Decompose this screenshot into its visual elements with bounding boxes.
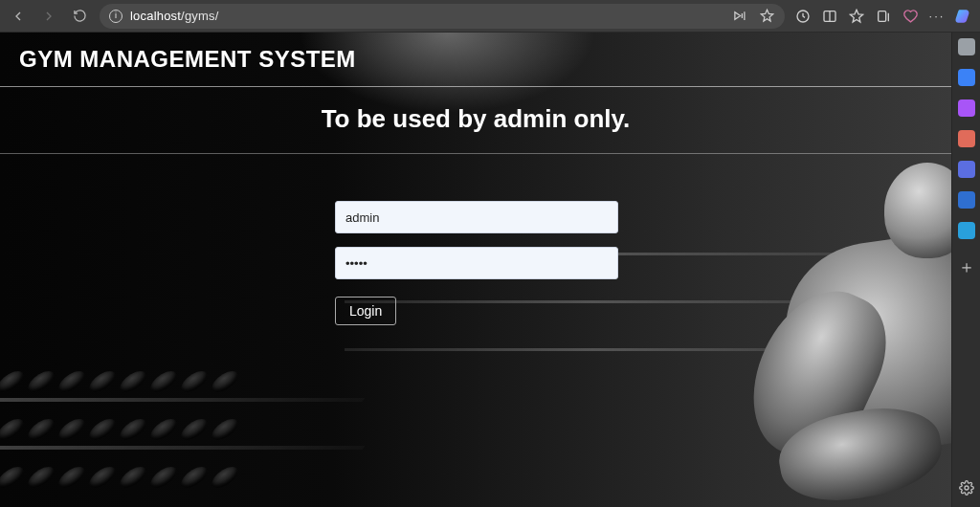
background-athlete <box>741 143 951 507</box>
favorites-bar-icon[interactable] <box>848 8 865 25</box>
read-aloud-icon[interactable] <box>731 8 748 25</box>
login-button[interactable]: Login <box>335 297 396 325</box>
search-icon[interactable] <box>958 38 975 55</box>
svg-point-3 <box>965 486 969 490</box>
refresh-button[interactable] <box>69 6 90 27</box>
url-text: localhost/gyms/ <box>130 9 219 23</box>
shopping-icon[interactable] <box>958 99 975 117</box>
copilot-launch-icon[interactable] <box>955 8 972 25</box>
page-title: GYM MANAGEMENT SYSTEM <box>0 33 951 87</box>
outlook-icon[interactable] <box>958 191 975 209</box>
url-host: localhost <box>130 9 181 23</box>
svg-rect-2 <box>879 11 886 21</box>
browser-toolbar: i localhost/gyms/ ··· <box>0 0 980 33</box>
password-input[interactable] <box>335 247 618 279</box>
address-bar[interactable]: i localhost/gyms/ <box>100 4 785 29</box>
split-screen-icon[interactable] <box>821 8 838 25</box>
page-body: GYM MANAGEMENT SYSTEM To be used by admi… <box>0 33 951 507</box>
sidebar-add-button[interactable]: ＋ <box>958 258 975 276</box>
collections-icon[interactable] <box>875 8 892 25</box>
site-info-icon[interactable]: i <box>109 10 122 23</box>
telegram-icon[interactable] <box>958 222 975 239</box>
edge-sidebar: ＋ <box>951 33 980 507</box>
username-input[interactable] <box>335 201 618 233</box>
login-form: Login <box>335 201 622 325</box>
page-subtitle: To be used by admin only. <box>0 87 951 154</box>
back-button[interactable] <box>8 6 29 27</box>
url-path: /gyms/ <box>181 9 218 23</box>
favorite-icon[interactable] <box>758 8 775 25</box>
tracking-icon[interactable] <box>794 8 812 25</box>
copilot-icon[interactable] <box>958 69 975 86</box>
forward-button[interactable] <box>38 6 59 27</box>
m365-icon[interactable] <box>958 161 975 178</box>
browser-essentials-icon[interactable] <box>902 8 919 25</box>
toolbar-right: ··· <box>794 8 972 25</box>
games-icon[interactable] <box>958 130 975 147</box>
sidebar-settings-icon[interactable] <box>959 480 974 499</box>
more-icon[interactable]: ··· <box>928 8 946 25</box>
